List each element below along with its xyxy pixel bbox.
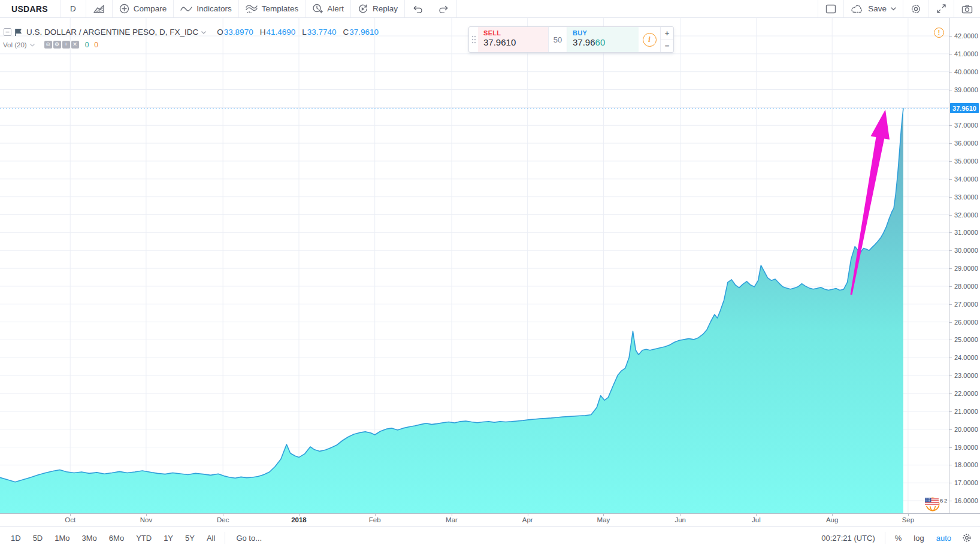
- price-tick-label: 18.0000: [954, 461, 978, 468]
- price-tick-label: 25.0000: [954, 336, 978, 343]
- range-button-1y[interactable]: 1Y: [158, 532, 179, 544]
- gear-icon: [962, 533, 972, 543]
- stepper-decrease-button[interactable]: −: [661, 40, 673, 53]
- symbol-title[interactable]: U.S. DOLLAR / ARGENTINE PESO, D, FX_IDC: [26, 28, 198, 37]
- auto-scale-button[interactable]: auto: [930, 532, 957, 544]
- chart-style-button[interactable]: [86, 0, 112, 17]
- stepper-increase-button[interactable]: +: [661, 27, 673, 40]
- alert-label: Alert: [327, 4, 344, 13]
- price-tick-label: 16.0000: [954, 497, 978, 504]
- redo-button[interactable]: [431, 0, 456, 17]
- goto-button[interactable]: Go to...: [229, 532, 269, 544]
- price-tick-mark: [949, 54, 952, 55]
- badge-number-right: 2: [944, 497, 947, 504]
- legend-chevron-down-icon[interactable]: [201, 31, 206, 34]
- compare-label: Compare: [134, 4, 167, 13]
- price-tick-mark: [949, 215, 952, 216]
- volume-study-label[interactable]: Vol (20): [3, 41, 27, 49]
- range-button-3mo[interactable]: 3Mo: [77, 532, 102, 544]
- buy-label: BUY: [573, 29, 633, 37]
- plus-icon[interactable]: +: [62, 41, 70, 49]
- settings-button[interactable]: [903, 0, 928, 17]
- volume-study-controls: ⊙ ⚙ + ✕: [44, 41, 79, 49]
- order-info-button[interactable]: i: [639, 27, 660, 52]
- range-button-5d[interactable]: 5D: [28, 532, 49, 544]
- us-flag-icon: [925, 498, 939, 506]
- log-scale-button[interactable]: log: [908, 532, 930, 544]
- range-button-all[interactable]: All: [201, 532, 220, 544]
- range-button-6mo[interactable]: 6Mo: [104, 532, 129, 544]
- drag-handle[interactable]: [469, 27, 478, 52]
- fullscreen-icon: [936, 4, 946, 14]
- price-tick-label: 31.0000: [954, 229, 978, 236]
- price-tick-mark: [949, 197, 952, 198]
- month-label: Oct: [65, 516, 75, 523]
- price-tick-label: 23.0000: [954, 372, 978, 379]
- chart-properties-button[interactable]: [957, 533, 980, 543]
- close-value: C37.9610: [343, 28, 379, 37]
- price-tick-label: 32.0000: [954, 211, 978, 219]
- gear-icon[interactable]: ⚙: [53, 41, 61, 49]
- range-button-ytd[interactable]: YTD: [131, 532, 157, 544]
- sell-button[interactable]: SELL 37.9610: [478, 27, 548, 52]
- data-warning-icon[interactable]: !: [934, 28, 944, 38]
- price-tick-mark: [949, 161, 952, 162]
- price-tick-mark: [949, 465, 952, 465]
- top-toolbar: USDARS D Compare Indicators Templates Al…: [0, 0, 980, 18]
- month-label: Jul: [752, 516, 761, 523]
- alert-button[interactable]: Alert: [306, 0, 350, 17]
- month-label: Dec: [217, 516, 229, 523]
- buy-button[interactable]: BUY 37.9660: [567, 27, 639, 52]
- toolbar-right-controls: Save: [818, 0, 980, 17]
- chart-pane[interactable]: U.S. DOLLAR / ARGENTINE PESO, D, FX_IDC …: [0, 17, 949, 513]
- price-tick-label: 33.0000: [954, 193, 978, 201]
- price-tick-label: 41.0000: [954, 50, 978, 57]
- price-tick-mark: [949, 72, 952, 72]
- save-chevron-down-icon: [891, 7, 896, 11]
- price-tick-label: 19.0000: [954, 444, 978, 451]
- price-tick-label: 21.0000: [954, 408, 978, 415]
- price-tick-mark: [949, 304, 952, 305]
- month-label: May: [597, 516, 610, 523]
- price-tick-label: 24.0000: [954, 354, 978, 361]
- replay-icon: [358, 4, 368, 14]
- legend-collapse-icon[interactable]: [4, 28, 11, 36]
- price-tick-mark: [949, 376, 952, 376]
- price-tick-mark: [949, 286, 952, 287]
- price-chart[interactable]: [0, 17, 949, 513]
- price-tick-label: 30.0000: [954, 247, 978, 254]
- compare-plus-icon: [119, 4, 129, 14]
- camera-icon: [961, 4, 973, 14]
- eye-icon[interactable]: ⊙: [44, 41, 52, 49]
- fullscreen-button[interactable]: [929, 0, 954, 17]
- range-button-1d[interactable]: 1D: [5, 532, 26, 544]
- month-label: Mar: [446, 516, 458, 523]
- volume-chevron-down-icon[interactable]: [30, 44, 35, 47]
- layout-button[interactable]: [818, 0, 843, 17]
- symbol-button[interactable]: USDARS: [0, 0, 60, 17]
- range-button-5y[interactable]: 5Y: [180, 532, 200, 544]
- save-button[interactable]: Save: [844, 0, 903, 17]
- percent-scale-button[interactable]: %: [889, 532, 908, 544]
- price-tick-mark: [949, 501, 952, 501]
- price-axis[interactable]: 37.9610 42.000041.000040.000039.000037.0…: [949, 17, 980, 513]
- close-icon[interactable]: ✕: [71, 41, 79, 49]
- indicators-button[interactable]: Indicators: [174, 0, 238, 17]
- toolbar-separator: [885, 532, 885, 544]
- chart-region: U.S. DOLLAR / ARGENTINE PESO, D, FX_IDC …: [0, 17, 980, 513]
- price-tick-label: 29.0000: [954, 265, 978, 272]
- clock-utc[interactable]: 00:27:21 (UTC): [815, 534, 881, 543]
- month-label: Feb: [369, 516, 381, 523]
- price-tick-mark: [949, 340, 952, 340]
- gear-icon: [911, 4, 921, 14]
- templates-button[interactable]: Templates: [239, 0, 306, 17]
- time-axis[interactable]: OctNovDec2018FebMarAprMayJunJulAugSep: [0, 513, 980, 526]
- price-tick-label: 42.0000: [954, 32, 978, 40]
- spread-value[interactable]: 50: [548, 27, 567, 52]
- compare-button[interactable]: Compare: [113, 0, 174, 17]
- interval-button[interactable]: D: [61, 0, 86, 17]
- snapshot-button[interactable]: [954, 0, 980, 17]
- undo-button[interactable]: [405, 0, 431, 17]
- range-button-1mo[interactable]: 1Mo: [49, 532, 75, 544]
- replay-button[interactable]: Replay: [351, 0, 404, 17]
